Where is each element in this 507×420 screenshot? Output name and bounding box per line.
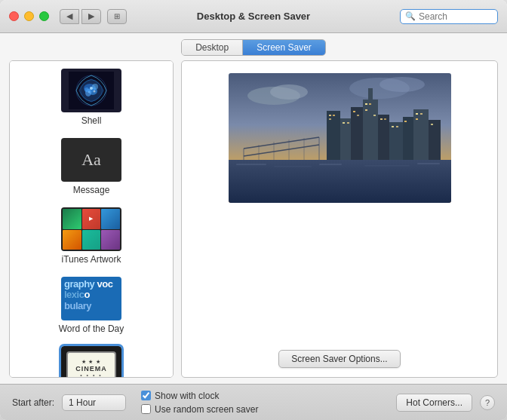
show-clock-label[interactable]: Show with clock [155, 391, 219, 401]
random-screensaver-row: Use random screen saver [141, 404, 258, 415]
svg-point-8 [90, 87, 93, 90]
ss-label-message: Message [73, 185, 110, 195]
tab-screensaver[interactable]: Screen Saver [243, 40, 325, 55]
start-after-label: Start after: [12, 397, 54, 408]
svg-rect-45 [353, 111, 355, 112]
svg-rect-37 [403, 117, 413, 160]
ss-label-shell: Shell [81, 115, 102, 126]
svg-point-15 [379, 77, 425, 92]
forward-button[interactable]: ▶ [81, 9, 101, 24]
show-clock-row: Show with clock [141, 391, 258, 401]
svg-rect-56 [416, 113, 418, 115]
maximize-button[interactable] [39, 11, 49, 21]
main-window: ◀ ▶ ⊞ Desktop & Screen Saver 🔍 Desktop S… [0, 0, 507, 420]
window-title: Desktop & Screen Saver [197, 11, 310, 22]
svg-rect-16 [229, 160, 451, 203]
cinema-dots: • • • • [80, 372, 103, 378]
help-button[interactable]: ? [480, 395, 495, 410]
svg-rect-39 [429, 120, 441, 160]
tab-desktop[interactable]: Desktop [182, 40, 243, 55]
close-button[interactable] [9, 11, 19, 21]
ss-label-itunes: iTunes Artwork [62, 254, 121, 265]
tab-group: Desktop Screen Saver [181, 39, 326, 56]
tabs-bar: Desktop Screen Saver [0, 33, 507, 60]
svg-rect-59 [431, 124, 433, 125]
svg-rect-20 [364, 165, 410, 167]
album-cell-2: ▶ [82, 209, 101, 229]
ss-thumb-word: graphy voc lexico bulary [61, 277, 121, 320]
list-item-message[interactable]: Aa Message [10, 130, 173, 200]
hour-select-wrapper: 1 Minute 2 Minutes 5 Minutes 10 Minutes … [62, 394, 126, 411]
cinema-ticket: ★ ★ ★ CINEMA • • • • [66, 351, 116, 378]
svg-rect-51 [380, 118, 383, 120]
svg-rect-49 [365, 109, 367, 111]
svg-rect-34 [368, 88, 373, 103]
svg-rect-50 [373, 115, 376, 116]
album-cell-6 [101, 230, 120, 250]
svg-point-6 [92, 84, 98, 90]
list-item-word[interactable]: graphy voc lexico bulary Word of the Day [10, 269, 173, 339]
svg-rect-33 [363, 100, 378, 160]
list-item-shell[interactable]: Shell [10, 61, 173, 130]
album-cell-3 [101, 209, 120, 229]
svg-rect-40 [329, 115, 331, 116]
hour-select[interactable]: 1 Minute 2 Minutes 5 Minutes 10 Minutes … [62, 394, 126, 411]
album-cell-4 [63, 230, 81, 250]
search-box[interactable]: 🔍 [400, 9, 498, 24]
svg-rect-54 [396, 126, 398, 127]
ss-thumb-itunes: ▶ [61, 207, 121, 251]
svg-point-7 [84, 87, 89, 92]
random-screensaver-label[interactable]: Use random screen saver [155, 404, 258, 415]
cinema-name: CINEMA [75, 365, 107, 372]
random-screensaver-checkbox[interactable] [141, 404, 151, 414]
traffic-lights [9, 11, 49, 21]
ss-thumb-message: Aa [61, 138, 121, 182]
show-clock-checkbox[interactable] [141, 391, 151, 400]
svg-point-13 [270, 84, 308, 100]
screensaver-list[interactable]: Shell Aa Message ▶ [9, 60, 174, 378]
preview-image [229, 73, 451, 203]
svg-rect-17 [236, 164, 266, 165]
svg-rect-31 [340, 118, 351, 160]
shell-fractal-svg [69, 72, 114, 109]
svg-rect-46 [357, 115, 359, 116]
list-item-itunes[interactable]: ▶ iTunes Artwork [10, 200, 173, 269]
word-text: graphy voc lexico bulary [61, 277, 121, 314]
svg-rect-30 [327, 111, 340, 160]
forward-icon: ▶ [88, 11, 94, 21]
grid-icon: ⊞ [114, 12, 120, 20]
svg-rect-47 [365, 103, 367, 105]
main-content: Shell Aa Message ▶ [0, 60, 507, 384]
checkboxes: Show with clock Use random screen saver [141, 391, 258, 415]
search-input[interactable] [419, 11, 493, 22]
svg-rect-52 [384, 118, 386, 120]
options-button[interactable]: Screen Saver Options... [278, 350, 400, 368]
album-cell-1 [63, 209, 81, 229]
svg-rect-58 [416, 118, 418, 120]
back-button[interactable]: ◀ [60, 9, 79, 24]
svg-point-9 [94, 90, 96, 93]
svg-rect-18 [274, 166, 312, 167]
nav-buttons: ◀ ▶ [60, 9, 101, 24]
svg-rect-57 [420, 113, 422, 115]
svg-rect-48 [369, 103, 371, 105]
svg-point-10 [88, 91, 90, 93]
titlebar: ◀ ▶ ⊞ Desktop & Screen Saver 🔍 [0, 0, 507, 33]
svg-rect-55 [404, 121, 407, 122]
svg-rect-41 [333, 115, 335, 116]
ss-label-word: Word of the Day [59, 323, 124, 334]
svg-rect-53 [392, 126, 394, 127]
cityscape-svg [229, 73, 451, 203]
svg-rect-21 [417, 163, 440, 164]
hot-corners-button[interactable]: Hot Corners... [396, 394, 472, 412]
bottom-bar: Start after: 1 Minute 2 Minutes 5 Minute… [0, 384, 507, 420]
list-item-savehollywood[interactable]: ★ ★ ★ CINEMA • • • • SaveHollywood [10, 339, 173, 378]
svg-rect-35 [378, 115, 389, 160]
grid-button[interactable]: ⊞ [107, 9, 127, 24]
svg-rect-19 [319, 164, 342, 165]
album-cell-5 [82, 230, 101, 250]
search-icon: 🔍 [405, 11, 416, 21]
svg-rect-38 [413, 109, 429, 160]
minimize-button[interactable] [24, 11, 34, 21]
ss-thumb-shell [61, 69, 121, 112]
